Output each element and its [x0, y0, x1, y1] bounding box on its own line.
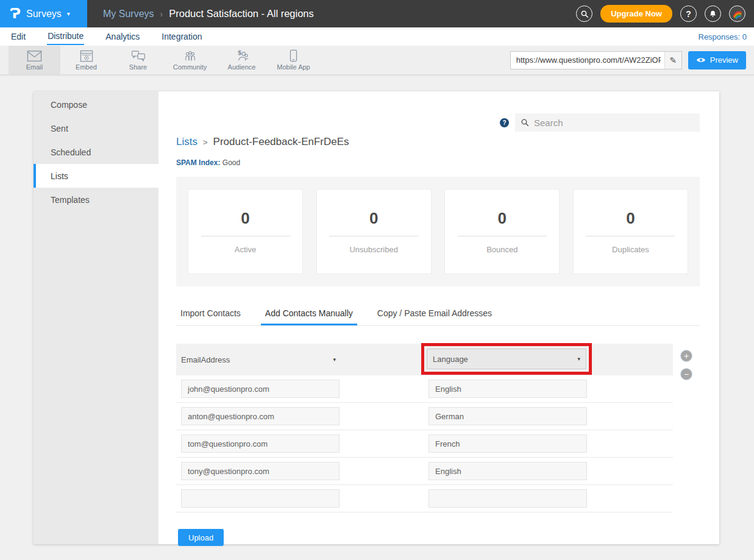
contact-row [176, 458, 673, 485]
help-tip-button[interactable]: ? [500, 118, 509, 127]
divider [458, 236, 547, 236]
contacts-grid: EmailAddress ▾ Language ▾ [176, 344, 673, 546]
list-search-input[interactable] [534, 118, 694, 128]
email-sidebar: Compose Sent Scheduled Lists Templates [34, 91, 158, 544]
svg-text:$: $ [238, 50, 242, 56]
caret-down-icon: ▾ [333, 356, 336, 363]
stat-value: 0 [369, 209, 378, 228]
chevron-down-icon: ▾ [67, 11, 70, 17]
tab-edit[interactable]: Edit [10, 29, 26, 44]
survey-title: Product Satisfaction - All regions [169, 8, 314, 19]
list-search-box [515, 113, 700, 132]
mobile-app-icon [290, 49, 297, 62]
notifications-button[interactable] [705, 5, 721, 22]
language-input-row-5[interactable] [429, 489, 587, 508]
avatar-swoosh-icon [731, 7, 744, 21]
add-row-button[interactable]: + [680, 350, 692, 362]
toolbar-item-mobile-app[interactable]: Mobile App [268, 46, 319, 74]
stat-value: 0 [626, 209, 635, 228]
sidebar-item-sent[interactable]: Sent [34, 116, 158, 140]
contacts-tabs: Import Contacts Add Contacts Manually Co… [176, 305, 700, 326]
contact-row [176, 403, 673, 430]
responses-count[interactable]: Responses: 0 [699, 32, 747, 41]
sidebar-item-templates[interactable]: Templates [34, 188, 158, 211]
lists-breadcrumb: Lists > Product-Feedback-EnFrDeEs [176, 136, 700, 148]
community-icon [183, 50, 197, 62]
email-input-row-1[interactable] [181, 380, 340, 398]
divider [329, 236, 418, 236]
share-icon [131, 50, 146, 62]
language-column-label: Language [433, 355, 468, 364]
row-controls: + − [673, 344, 700, 546]
survey-url-box: ✎ [510, 51, 682, 69]
preview-label: Preview [710, 55, 738, 65]
language-input-row-1[interactable] [429, 380, 587, 398]
tab-distribute[interactable]: Distribute [47, 29, 84, 45]
stat-label: Bounced [486, 245, 517, 254]
sidebar-item-scheduled[interactable]: Scheduled [34, 140, 158, 164]
profile-avatar[interactable] [729, 5, 745, 22]
toolbar-item-embed[interactable]: Embed [60, 46, 112, 74]
language-input-row-4[interactable] [429, 462, 587, 480]
search-icon [580, 10, 589, 18]
tab-analytics[interactable]: Analytics [105, 29, 140, 44]
email-input-row-5[interactable] [181, 489, 340, 508]
stat-value: 0 [498, 209, 507, 228]
upgrade-now-button[interactable]: Upgrade Now [600, 5, 672, 23]
questionpro-logo-icon: Ɂ [10, 7, 21, 21]
contacts-grid-header: EmailAddress ▾ Language ▾ [176, 344, 673, 375]
bell-icon [709, 10, 717, 18]
topbar-actions: Upgrade Now ? [576, 0, 754, 27]
tab-integration[interactable]: Integration [161, 29, 202, 44]
toolbar-item-label: Share [129, 63, 147, 71]
preview-button[interactable]: Preview [688, 51, 746, 69]
edit-url-button[interactable]: ✎ [664, 52, 681, 69]
email-input-row-4[interactable] [181, 462, 340, 480]
toolbar-item-audience[interactable]: $ Audience [216, 46, 268, 74]
contact-row [176, 375, 673, 403]
language-highlight-box: Language ▾ [421, 343, 592, 375]
embed-icon [80, 50, 93, 62]
toolbar-item-label: Mobile App [277, 63, 310, 71]
toolbar-item-label: Email [26, 63, 43, 71]
upload-button[interactable]: Upload [178, 529, 224, 546]
audience-icon: $ [234, 50, 249, 62]
language-input-row-2[interactable] [429, 407, 587, 425]
email-icon [27, 50, 42, 62]
top-bar: Ɂ Surveys ▾ My Surveys › Product Satisfa… [0, 0, 754, 27]
spam-index-label: SPAM Index: [176, 158, 220, 167]
remove-row-button[interactable]: − [680, 368, 692, 380]
spam-index-line: SPAM Index: Good [176, 158, 700, 167]
surveys-product-switcher[interactable]: Ɂ Surveys ▾ [0, 0, 87, 27]
toolbar-item-share[interactable]: Share [112, 46, 164, 74]
tab-copy-paste-email-addresses[interactable]: Copy / Paste Email Addresses [373, 305, 496, 325]
contacts-table: EmailAddress ▾ Language ▾ [176, 344, 700, 546]
toolbar-item-email[interactable]: Email [9, 46, 60, 74]
list-stats-panel: 0 Active 0 Unsubscribed 0 Bounced 0 [176, 177, 700, 286]
stat-card-active: 0 Active [188, 189, 303, 274]
email-column-dropdown[interactable]: EmailAddress ▾ [181, 355, 340, 364]
email-input-row-2[interactable] [181, 407, 340, 425]
email-input-row-3[interactable] [181, 434, 340, 453]
distribute-toolbar: Email Embed Share Community $ Audience M… [0, 46, 754, 75]
toolbar-item-label: Audience [228, 63, 256, 71]
help-button[interactable]: ? [680, 5, 697, 22]
breadcrumb: My Surveys › Product Satisfaction - All … [87, 0, 576, 27]
tab-import-contacts[interactable]: Import Contacts [176, 305, 245, 325]
toolbar-item-community[interactable]: Community [164, 46, 216, 74]
language-column-dropdown[interactable]: Language ▾ [427, 349, 586, 369]
content-top-row: ? [176, 113, 700, 132]
survey-url-input[interactable] [511, 52, 664, 69]
toolbar-right: ✎ Preview [510, 46, 754, 74]
sidebar-item-lists[interactable]: Lists [34, 164, 158, 188]
language-input-row-3[interactable] [429, 434, 587, 453]
lists-breadcrumb-link[interactable]: Lists [176, 136, 197, 148]
search-button[interactable] [576, 5, 592, 22]
sidebar-item-compose[interactable]: Compose [34, 93, 158, 116]
breadcrumb-my-surveys[interactable]: My Surveys [103, 9, 154, 19]
tab-add-contacts-manually[interactable]: Add Contacts Manually [261, 305, 357, 325]
question-icon: ? [502, 119, 506, 126]
breadcrumb-separator-icon: › [160, 9, 163, 19]
email-column-label: EmailAddress [181, 355, 230, 364]
stat-label: Active [235, 245, 256, 254]
